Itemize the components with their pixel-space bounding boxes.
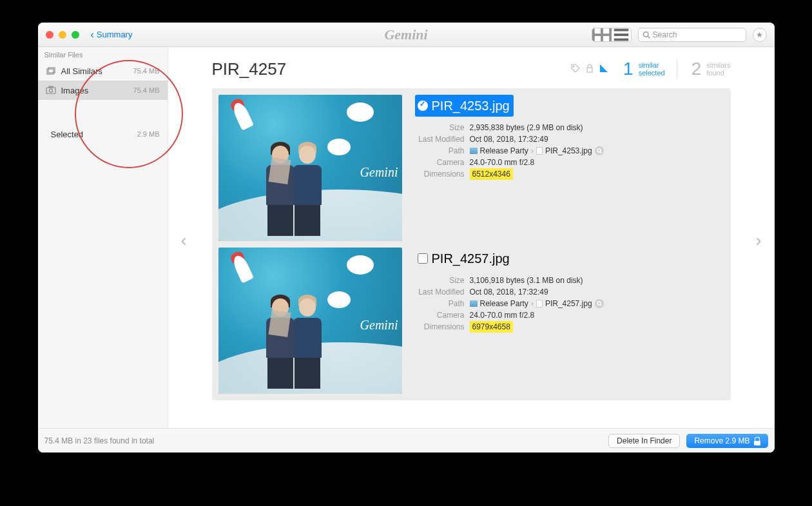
meta-label-path: Path [415, 145, 470, 157]
file-title[interactable]: PIR_4253.jpg [415, 95, 514, 117]
sidebar-header: Similar Files [38, 47, 168, 61]
folder-icon [470, 148, 478, 154]
chevron-left-icon: ‹ [91, 29, 94, 41]
stat-selected-count: 1 [623, 59, 633, 79]
reveal-in-finder-button[interactable] [595, 299, 604, 308]
file-icon [536, 300, 543, 307]
file-details: PIR_4257.jpg Size3,106,918 bytes (3.1 MB… [415, 248, 724, 394]
meta-label-modified: Last Modified [415, 133, 470, 145]
svg-line-20 [600, 305, 601, 306]
sidebar-item-label: All Similars [61, 66, 102, 76]
remove-button[interactable]: Remove 2.9 MB [686, 434, 768, 448]
svg-point-17 [597, 149, 601, 152]
file-checkbox[interactable] [418, 253, 428, 264]
grid-view-icon[interactable] [592, 28, 612, 41]
svg-rect-1 [603, 28, 608, 34]
svg-rect-13 [49, 86, 53, 88]
sidebar-selected-size: 2.9 MB [137, 130, 160, 138]
meta-value-path: Release Party › PIR_4257.jpg [470, 298, 604, 309]
file-title[interactable]: PIR_4257.jpg [415, 248, 514, 269]
meta-label-dimensions: Dimensions [415, 321, 470, 333]
stat-found-count: 2 [691, 59, 702, 79]
sidebar-selected-label: Selected [51, 130, 84, 139]
triangle-icon[interactable] [599, 63, 609, 75]
stat-selected-label: similar selected [639, 61, 665, 77]
meta-value-size: 2,935,838 bytes (2.9 MB on disk) [470, 122, 583, 133]
back-label: Summary [97, 30, 133, 39]
svg-rect-6 [614, 38, 628, 41]
app-logo: Gemini [384, 26, 427, 43]
sidebar: Similar Files All Similars 75.4 MB Image… [38, 47, 168, 428]
file-details: PIR_4253.jpg Size2,935,838 bytes (2.9 MB… [415, 95, 724, 241]
favorite-button[interactable]: ★ [753, 28, 767, 42]
search-placeholder: Search [653, 30, 677, 39]
cards: Gemini PIR_4253.jpg Size2,935,8 [212, 88, 731, 400]
meta-label-camera: Camera [415, 309, 470, 321]
header-icons [570, 63, 609, 75]
meta-label-dimensions: Dimensions [415, 168, 470, 180]
meta-label-path: Path [415, 298, 470, 309]
page-title: PIR_4257 [212, 59, 287, 79]
delete-in-finder-button[interactable]: Delete In Finder [608, 434, 680, 448]
sidebar-item-all-similars[interactable]: All Similars 75.4 MB [38, 61, 168, 81]
svg-rect-4 [614, 28, 628, 31]
svg-point-12 [49, 89, 52, 92]
content-header: PIR_4257 1 similar selected [212, 47, 731, 88]
search-input[interactable]: Search [638, 28, 746, 42]
body: Similar Files All Similars 75.4 MB Image… [38, 47, 775, 428]
tag-icon[interactable] [570, 63, 581, 75]
file-name: PIR_4253.jpg [432, 99, 510, 113]
svg-rect-5 [614, 34, 628, 36]
thumbnail[interactable]: Gemini [218, 248, 402, 394]
svg-point-19 [597, 302, 601, 305]
svg-point-15 [573, 66, 574, 67]
stat-found-label: similars found [706, 61, 730, 77]
svg-point-7 [643, 32, 648, 37]
search-icon [643, 31, 650, 39]
app-window: ‹ Summary Gemini Search ★ Simila [38, 23, 775, 452]
star-icon: ★ [756, 30, 763, 39]
content: ‹ › PIR_4257 1 similar [168, 47, 775, 428]
file-checkbox[interactable] [418, 101, 428, 111]
meta-value-size: 3,106,918 bytes (3.1 MB on disk) [470, 275, 583, 286]
minimize-icon[interactable] [59, 31, 66, 39]
close-icon[interactable] [46, 31, 53, 39]
titlebar: ‹ Summary Gemini Search ★ [38, 23, 775, 47]
meta-value-dimensions: 6512x4346 [470, 168, 513, 180]
stack-icon [46, 66, 56, 76]
back-button[interactable]: ‹ Summary [91, 29, 133, 41]
footer-status: 75.4 MB in 23 files found in total [44, 436, 155, 445]
meta-value-camera: 24.0-70.0 mm f/2.8 [470, 309, 535, 321]
sidebar-item-size: 75.4 MB [133, 86, 160, 94]
meta-label-size: Size [415, 275, 470, 286]
sidebar-item-size: 75.4 MB [133, 67, 160, 75]
thumbnail[interactable]: Gemini [218, 95, 402, 241]
stat-found: 2 similars found [691, 59, 731, 79]
toolbar-right: Search ★ [592, 28, 767, 42]
lock-icon[interactable] [585, 63, 595, 75]
window-controls [46, 31, 79, 39]
meta-value-modified: Oct 08, 2018, 17:32:49 [470, 133, 548, 145]
meta-label-camera: Camera [415, 157, 470, 168]
file-card: Gemini PIR_4257.jpg Size3,106,9 [218, 248, 724, 394]
meta-label-modified: Last Modified [415, 286, 470, 298]
meta-label-size: Size [415, 122, 470, 133]
list-view-icon[interactable] [612, 28, 631, 41]
svg-rect-16 [587, 68, 592, 72]
chevron-right-icon: › [755, 230, 761, 250]
next-button[interactable]: › [755, 230, 761, 251]
folder-icon [470, 300, 478, 307]
svg-line-18 [600, 152, 601, 153]
path-separator-icon: › [531, 298, 534, 309]
content-inner: ‹ › PIR_4257 1 similar [168, 47, 775, 428]
view-toggle[interactable] [592, 28, 632, 42]
maximize-icon[interactable] [72, 31, 79, 39]
reveal-in-finder-button[interactable] [595, 146, 604, 155]
svg-rect-2 [594, 35, 600, 41]
sidebar-item-images[interactable]: Images 75.4 MB [38, 81, 168, 100]
camera-icon [46, 85, 56, 95]
prev-button[interactable]: ‹ [181, 230, 187, 251]
sidebar-selected[interactable]: Selected 2.9 MB [38, 124, 168, 144]
footer-actions: Delete In Finder Remove 2.9 MB [608, 434, 768, 448]
meta-value-dimensions: 6979x4658 [470, 321, 513, 333]
